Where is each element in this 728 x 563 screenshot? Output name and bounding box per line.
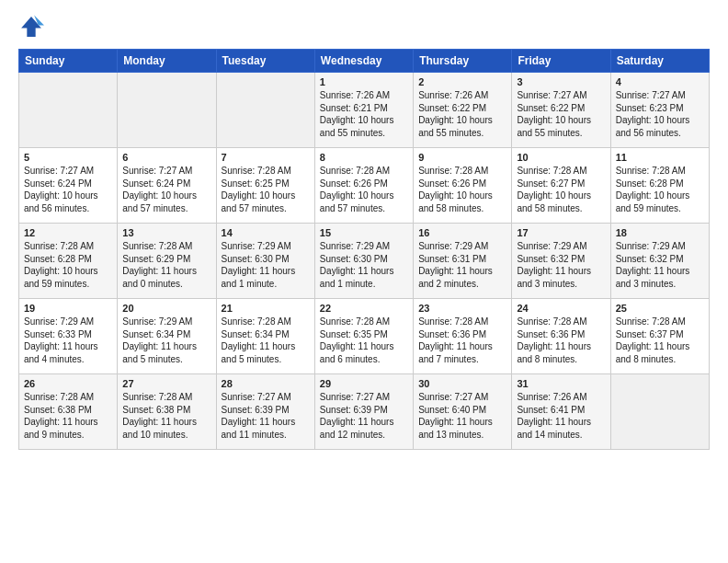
calendar-cell: 24Sunrise: 7:28 AM Sunset: 6:36 PM Dayli… <box>512 299 610 374</box>
day-number: 30 <box>418 378 506 389</box>
calendar-week-3: 19Sunrise: 7:29 AM Sunset: 6:33 PM Dayli… <box>19 299 710 374</box>
calendar-cell <box>19 73 118 148</box>
day-info: Sunrise: 7:26 AM Sunset: 6:41 PM Dayligh… <box>517 391 605 441</box>
calendar-cell: 31Sunrise: 7:26 AM Sunset: 6:41 PM Dayli… <box>512 374 610 450</box>
calendar-cell: 21Sunrise: 7:28 AM Sunset: 6:34 PM Dayli… <box>216 299 314 374</box>
day-info: Sunrise: 7:29 AM Sunset: 6:34 PM Dayligh… <box>122 316 210 365</box>
calendar-cell: 19Sunrise: 7:29 AM Sunset: 6:33 PM Dayli… <box>19 299 118 374</box>
calendar-cell: 12Sunrise: 7:28 AM Sunset: 6:28 PM Dayli… <box>19 224 118 299</box>
day-number: 17 <box>517 227 605 238</box>
weekday-header-saturday: Saturday <box>610 50 709 73</box>
day-number: 21 <box>222 303 310 314</box>
day-number: 7 <box>222 152 310 163</box>
calendar-cell <box>118 73 216 148</box>
day-number: 12 <box>24 227 112 238</box>
day-info: Sunrise: 7:28 AM Sunset: 6:25 PM Dayligh… <box>222 165 310 214</box>
day-info: Sunrise: 7:28 AM Sunset: 6:29 PM Dayligh… <box>122 240 210 290</box>
calendar-cell: 25Sunrise: 7:28 AM Sunset: 6:37 PM Dayli… <box>610 299 709 374</box>
day-info: Sunrise: 7:29 AM Sunset: 6:30 PM Dayligh… <box>222 240 310 290</box>
day-number: 24 <box>517 303 605 314</box>
logo-icon <box>18 14 44 40</box>
day-number: 9 <box>418 152 506 163</box>
day-number: 2 <box>418 76 506 87</box>
day-info: Sunrise: 7:27 AM Sunset: 6:24 PM Dayligh… <box>24 165 112 214</box>
day-number: 25 <box>616 303 704 314</box>
day-number: 3 <box>517 76 605 87</box>
day-info: Sunrise: 7:29 AM Sunset: 6:32 PM Dayligh… <box>616 240 704 290</box>
calendar-cell: 8Sunrise: 7:28 AM Sunset: 6:26 PM Daylig… <box>314 148 413 224</box>
day-info: Sunrise: 7:28 AM Sunset: 6:36 PM Dayligh… <box>418 316 506 365</box>
calendar-cell: 2Sunrise: 7:26 AM Sunset: 6:22 PM Daylig… <box>414 73 512 148</box>
calendar-week-2: 12Sunrise: 7:28 AM Sunset: 6:28 PM Dayli… <box>19 224 710 299</box>
calendar-week-4: 26Sunrise: 7:28 AM Sunset: 6:38 PM Dayli… <box>19 374 710 450</box>
calendar-cell <box>216 73 314 148</box>
day-info: Sunrise: 7:27 AM Sunset: 6:39 PM Dayligh… <box>222 391 310 441</box>
day-number: 10 <box>517 152 605 163</box>
calendar-cell: 17Sunrise: 7:29 AM Sunset: 6:32 PM Dayli… <box>512 224 610 299</box>
day-info: Sunrise: 7:29 AM Sunset: 6:33 PM Dayligh… <box>24 316 112 365</box>
weekday-header-thursday: Thursday <box>414 50 512 73</box>
calendar-cell: 1Sunrise: 7:26 AM Sunset: 6:21 PM Daylig… <box>314 73 413 148</box>
calendar-cell: 7Sunrise: 7:28 AM Sunset: 6:25 PM Daylig… <box>216 148 314 224</box>
calendar-week-0: 1Sunrise: 7:26 AM Sunset: 6:21 PM Daylig… <box>19 73 710 148</box>
calendar-cell: 11Sunrise: 7:28 AM Sunset: 6:28 PM Dayli… <box>610 148 709 224</box>
day-number: 31 <box>517 378 605 389</box>
day-info: Sunrise: 7:27 AM Sunset: 6:40 PM Dayligh… <box>418 391 506 441</box>
day-number: 26 <box>24 378 112 389</box>
calendar-cell: 4Sunrise: 7:27 AM Sunset: 6:23 PM Daylig… <box>610 73 709 148</box>
logo <box>18 14 50 40</box>
day-info: Sunrise: 7:29 AM Sunset: 6:30 PM Dayligh… <box>320 240 408 290</box>
weekday-header-wednesday: Wednesday <box>314 50 413 73</box>
day-number: 8 <box>320 152 408 163</box>
day-number: 6 <box>122 152 210 163</box>
calendar-cell: 30Sunrise: 7:27 AM Sunset: 6:40 PM Dayli… <box>414 374 512 450</box>
day-number: 28 <box>222 378 310 389</box>
day-info: Sunrise: 7:27 AM Sunset: 6:22 PM Dayligh… <box>517 89 605 139</box>
weekday-header-monday: Monday <box>118 50 216 73</box>
calendar-cell: 29Sunrise: 7:27 AM Sunset: 6:39 PM Dayli… <box>314 374 413 450</box>
day-number: 27 <box>122 378 210 389</box>
calendar-cell: 6Sunrise: 7:27 AM Sunset: 6:24 PM Daylig… <box>118 148 216 224</box>
day-info: Sunrise: 7:28 AM Sunset: 6:34 PM Dayligh… <box>222 316 310 365</box>
day-number: 18 <box>616 227 704 238</box>
header <box>18 14 710 40</box>
day-info: Sunrise: 7:29 AM Sunset: 6:32 PM Dayligh… <box>517 240 605 290</box>
day-info: Sunrise: 7:28 AM Sunset: 6:26 PM Dayligh… <box>320 165 408 214</box>
calendar-cell: 3Sunrise: 7:27 AM Sunset: 6:22 PM Daylig… <box>512 73 610 148</box>
calendar-cell: 28Sunrise: 7:27 AM Sunset: 6:39 PM Dayli… <box>216 374 314 450</box>
page: SundayMondayTuesdayWednesdayThursdayFrid… <box>0 0 728 563</box>
calendar-table: SundayMondayTuesdayWednesdayThursdayFrid… <box>18 49 710 450</box>
calendar-cell: 16Sunrise: 7:29 AM Sunset: 6:31 PM Dayli… <box>414 224 512 299</box>
calendar-cell: 22Sunrise: 7:28 AM Sunset: 6:35 PM Dayli… <box>314 299 413 374</box>
day-info: Sunrise: 7:28 AM Sunset: 6:26 PM Dayligh… <box>418 165 506 214</box>
calendar-cell: 26Sunrise: 7:28 AM Sunset: 6:38 PM Dayli… <box>19 374 118 450</box>
calendar-cell: 5Sunrise: 7:27 AM Sunset: 6:24 PM Daylig… <box>19 148 118 224</box>
calendar-cell: 20Sunrise: 7:29 AM Sunset: 6:34 PM Dayli… <box>118 299 216 374</box>
weekday-header-sunday: Sunday <box>19 50 118 73</box>
day-number: 15 <box>320 227 408 238</box>
day-info: Sunrise: 7:29 AM Sunset: 6:31 PM Dayligh… <box>418 240 506 290</box>
calendar-cell: 13Sunrise: 7:28 AM Sunset: 6:29 PM Dayli… <box>118 224 216 299</box>
day-info: Sunrise: 7:28 AM Sunset: 6:36 PM Dayligh… <box>517 316 605 365</box>
day-number: 23 <box>418 303 506 314</box>
day-number: 22 <box>320 303 408 314</box>
day-number: 11 <box>616 152 704 163</box>
day-info: Sunrise: 7:28 AM Sunset: 6:38 PM Dayligh… <box>122 391 210 441</box>
day-number: 20 <box>122 303 210 314</box>
calendar-cell: 10Sunrise: 7:28 AM Sunset: 6:27 PM Dayli… <box>512 148 610 224</box>
day-number: 19 <box>24 303 112 314</box>
day-info: Sunrise: 7:27 AM Sunset: 6:39 PM Dayligh… <box>320 391 408 441</box>
calendar-week-1: 5Sunrise: 7:27 AM Sunset: 6:24 PM Daylig… <box>19 148 710 224</box>
day-info: Sunrise: 7:26 AM Sunset: 6:22 PM Dayligh… <box>418 89 506 139</box>
day-info: Sunrise: 7:27 AM Sunset: 6:24 PM Dayligh… <box>122 165 210 214</box>
day-info: Sunrise: 7:28 AM Sunset: 6:38 PM Dayligh… <box>24 391 112 441</box>
calendar-cell: 15Sunrise: 7:29 AM Sunset: 6:30 PM Dayli… <box>314 224 413 299</box>
day-number: 14 <box>222 227 310 238</box>
calendar-cell <box>610 374 709 450</box>
day-number: 4 <box>616 76 704 87</box>
calendar-cell: 18Sunrise: 7:29 AM Sunset: 6:32 PM Dayli… <box>610 224 709 299</box>
calendar-cell: 9Sunrise: 7:28 AM Sunset: 6:26 PM Daylig… <box>414 148 512 224</box>
day-info: Sunrise: 7:28 AM Sunset: 6:28 PM Dayligh… <box>616 165 704 214</box>
calendar-cell: 27Sunrise: 7:28 AM Sunset: 6:38 PM Dayli… <box>118 374 216 450</box>
day-number: 29 <box>320 378 408 389</box>
